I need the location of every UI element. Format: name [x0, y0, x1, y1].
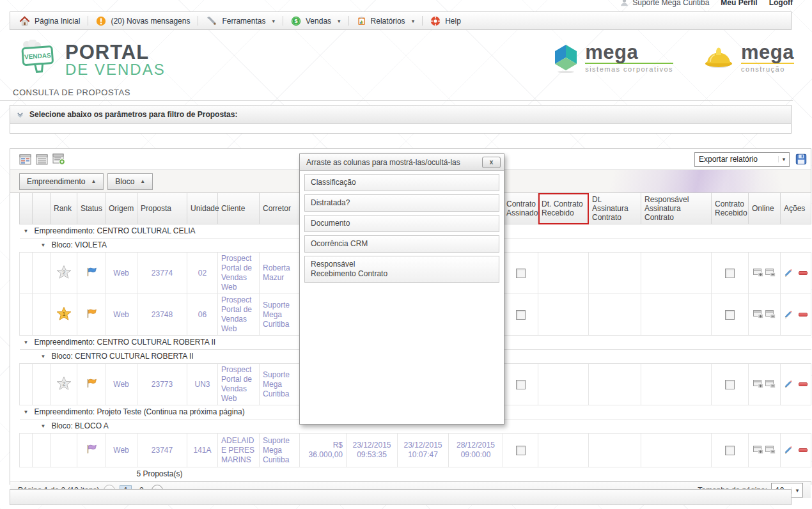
cliente-cell: Prospect Portal de Vendas Web: [218, 294, 260, 336]
collapse-icon[interactable]: ▼: [41, 424, 46, 429]
contrato-recebido-checkbox[interactable]: [725, 310, 735, 320]
column-header-responsavel-assinatura[interactable]: Responsável Assinatura Contrato: [641, 193, 712, 224]
corretor-cell: Suporte Mega Curitiba: [260, 364, 300, 405]
group-label: Empreendimento: CENTRO CULTURAL CELIA: [34, 226, 195, 236]
window-add-icon[interactable]: [753, 269, 763, 278]
column-header-contrato-recebido[interactable]: Contrato Recebido: [712, 193, 749, 224]
hard-hat-icon: [703, 45, 735, 72]
hidden-column-responsavel-recebimento[interactable]: Responsável Recebimento Contrato: [304, 256, 499, 283]
collapse-icon[interactable]: ▼: [41, 354, 46, 359]
edit-pencil-icon[interactable]: [784, 446, 793, 455]
dt-contrato-recebido-cell: [538, 434, 589, 467]
column-header-status[interactable]: Status: [77, 193, 105, 224]
logoff-link[interactable]: Logoff: [769, 0, 793, 7]
column-header-unidade[interactable]: Unidade: [187, 193, 218, 224]
column-chooser-header[interactable]: Arraste as colunas para mostrá-las/ocult…: [300, 154, 504, 171]
filter-panel-header[interactable]: Selecione abaixo os parâmetros para filt…: [10, 106, 791, 124]
contrato-recebido-checkbox[interactable]: [725, 446, 735, 455]
column-header-dt-assinatura-contrato[interactable]: Dt. Assinatura Contrato: [589, 193, 641, 224]
group-chip-empreendimento[interactable]: Empreendimento ▲: [19, 173, 104, 190]
window-remove-icon[interactable]: [765, 380, 776, 389]
collapse-icon[interactable]: ▼: [24, 229, 29, 234]
group-label: Empreendimento: CENTRO CULTURAL ROBERTA …: [34, 338, 215, 347]
page-canvas: Suporte Mega Curitiba Meu Perfil Logoff …: [0, 0, 812, 509]
origem-cell: Web: [105, 294, 137, 336]
proposta-cell: 23773: [137, 364, 187, 405]
menu-item-relatorios[interactable]: Relatórios ▾: [357, 16, 415, 26]
edit-pencil-icon[interactable]: [784, 310, 793, 319]
remove-icon[interactable]: [799, 382, 808, 386]
collapse-icon[interactable]: ▼: [24, 340, 29, 345]
column-header-cliente[interactable]: Cliente: [218, 193, 260, 224]
menu-item-ferramentas[interactable]: Ferramentas ▾: [206, 16, 275, 26]
window-add-icon[interactable]: [753, 446, 763, 455]
alert-icon: [96, 16, 106, 26]
decorative-swoosh: [510, 170, 811, 193]
remove-icon[interactable]: [799, 271, 808, 275]
svg-text:2: 2: [62, 269, 65, 276]
remove-icon[interactable]: [799, 313, 808, 317]
grid-view-icon[interactable]: [19, 154, 31, 165]
rank-star-icon: 2: [56, 265, 72, 279]
menu-item-help[interactable]: Help: [430, 16, 461, 26]
hidden-column-documento[interactable]: Documento: [304, 215, 499, 232]
column-header-rank[interactable]: Rank: [51, 193, 77, 224]
list-view-icon[interactable]: [36, 154, 48, 165]
corretor-cell: Suporte Mega Curitiba: [260, 434, 300, 467]
column-header-contrato-assinado[interactable]: Contrato Assinado: [503, 193, 538, 224]
contrato-assinado-checkbox[interactable]: [516, 269, 526, 278]
rank-cell: 2: [51, 253, 77, 294]
export-report-dropdown[interactable]: Exportar relatório ▾: [694, 152, 790, 167]
menu-item-vendas[interactable]: $ Vendas ▾: [291, 16, 341, 26]
remove-icon[interactable]: [799, 448, 808, 452]
collapse-icon[interactable]: ▼: [24, 410, 29, 415]
proposta-cell: 23748: [137, 294, 187, 336]
support-link[interactable]: Suporte Mega Curitiba: [620, 0, 709, 7]
window-add-icon[interactable]: [753, 310, 763, 319]
lifering-icon: [430, 16, 441, 26]
bloco-label: Bloco: BLOCO A: [51, 421, 108, 431]
unidade-cell: UN3: [187, 364, 218, 405]
contrato-recebido-checkbox[interactable]: [725, 269, 735, 278]
window-remove-icon[interactable]: [765, 446, 776, 455]
group-gutter: [33, 253, 51, 294]
edit-pencil-icon[interactable]: [784, 380, 793, 389]
window-add-icon[interactable]: [753, 380, 763, 389]
group-gutter: [33, 434, 51, 467]
collapse-icon[interactable]: ▼: [41, 243, 46, 248]
window-remove-icon[interactable]: [765, 310, 776, 319]
responsavel-assinatura-cell: [641, 294, 712, 336]
save-icon[interactable]: [795, 153, 807, 165]
menu-item-pagina-inicial[interactable]: Página Inicial: [19, 16, 80, 26]
close-icon[interactable]: x: [482, 157, 501, 168]
contrato-assinado-checkbox[interactable]: [516, 446, 526, 455]
column-header-proposta[interactable]: Proposta: [137, 193, 187, 224]
dt-assinatura-cell: [589, 253, 641, 294]
window-remove-icon[interactable]: [765, 269, 776, 278]
menu-item-novas-mensagens[interactable]: (20) Novas mensagens: [96, 16, 190, 26]
table-row: Web 23747 141A ADELAIDE PERES MARINS Sup…: [20, 434, 811, 467]
column-header-origem[interactable]: Origem: [105, 193, 137, 224]
hidden-column-classificacao[interactable]: Classificação: [304, 174, 499, 191]
hidden-column-distratada[interactable]: Distratada?: [304, 194, 499, 212]
column-header-dt-contrato-recebido[interactable]: Dt. Contrato Recebido: [538, 193, 589, 224]
contrato-assinado-checkbox[interactable]: [516, 310, 526, 320]
chevron-down-icon: ▾: [792, 487, 802, 494]
my-profile-link[interactable]: Meu Perfil: [721, 0, 757, 7]
column-header-online[interactable]: Online: [749, 193, 781, 224]
responsavel-assinatura-cell: [641, 253, 712, 294]
hidden-column-ocorrencia-crm[interactable]: Ocorrência CRM: [304, 235, 499, 253]
group-chip-bloco[interactable]: Bloco ▲: [107, 173, 153, 190]
unidade-cell: 06: [187, 294, 218, 336]
edit-pencil-icon[interactable]: [784, 269, 793, 278]
user-icon: [620, 0, 629, 7]
contrato-assinado-checkbox[interactable]: [516, 380, 526, 389]
brand-title-line2: DE VENDAS: [65, 61, 166, 78]
column-header-acoes[interactable]: Ações: [781, 193, 811, 224]
group-gutter: [33, 294, 51, 336]
acoes-cell: [781, 434, 811, 467]
add-view-icon[interactable]: [52, 153, 65, 165]
contrato-recebido-checkbox[interactable]: [725, 380, 735, 389]
column-header-corretor[interactable]: Corretor: [260, 193, 300, 224]
group-gutter: [20, 364, 33, 405]
